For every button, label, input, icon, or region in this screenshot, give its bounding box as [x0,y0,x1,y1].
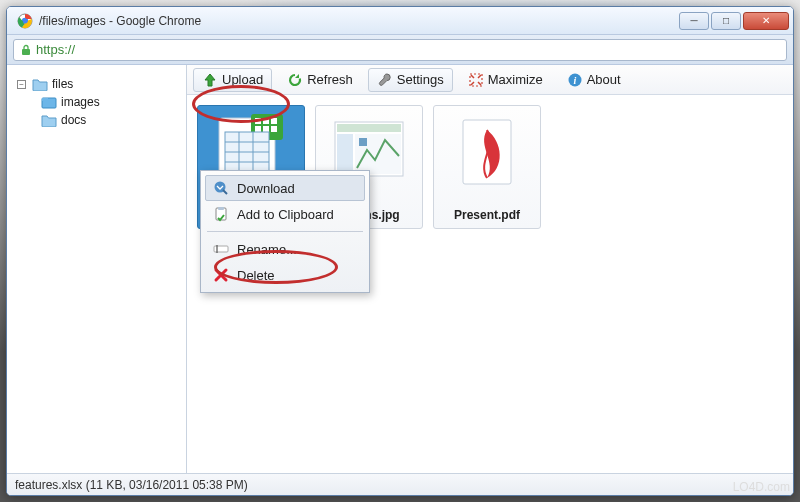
svg-rect-10 [255,118,261,124]
context-menu: Download Add to Clipboard Rename... Dele… [200,170,370,293]
svg-rect-31 [218,207,224,210]
watermark: LO4D.com [733,480,790,494]
wrench-icon [377,72,393,88]
status-bar: features.xlsx (11 KB, 03/16/2011 05:38 P… [7,473,793,495]
button-label: Upload [222,72,263,87]
menu-clipboard[interactable]: Add to Clipboard [205,201,365,227]
delete-icon [213,267,229,283]
folder-icon [41,114,57,127]
svg-rect-2 [22,49,30,55]
url-input[interactable]: https:// [13,39,787,61]
info-icon: i [567,72,583,88]
chrome-favicon [17,13,33,29]
upload-icon [202,72,218,88]
collapse-icon[interactable]: − [17,80,26,89]
menu-separator [207,231,363,232]
folder-tree: − files images docs [7,65,187,473]
lock-icon [20,44,32,56]
svg-rect-4 [42,98,48,101]
status-text: features.xlsx (11 KB, 03/16/2011 05:38 P… [15,478,248,492]
tree-label: docs [61,113,86,127]
refresh-button[interactable]: Refresh [278,68,362,92]
menu-label: Download [237,181,295,196]
button-label: About [587,72,621,87]
about-button[interactable]: i About [558,68,630,92]
svg-rect-25 [337,134,353,174]
button-label: Refresh [307,72,353,87]
address-bar: https:// [7,35,793,65]
svg-rect-15 [271,126,277,132]
folder-icon [41,96,57,109]
menu-rename[interactable]: Rename... [205,236,365,262]
download-icon [213,180,229,196]
tree-item-docs[interactable]: docs [13,111,180,129]
folder-icon [32,78,48,91]
svg-rect-12 [271,118,277,124]
maximize-button[interactable]: Maximize [459,68,552,92]
tree-item-images[interactable]: images [13,93,180,111]
svg-rect-13 [255,126,261,132]
menu-label: Delete [237,268,275,283]
file-tile-present[interactable]: Present.pdf [433,105,541,229]
button-label: Maximize [488,72,543,87]
tree-root-files[interactable]: − files [13,75,180,93]
file-name: Present.pdf [454,208,520,222]
titlebar: /files/images - Google Chrome ─ □ ✕ [7,7,793,35]
rename-icon [213,241,229,257]
maximize-window-button[interactable]: □ [711,12,741,30]
clipboard-icon [213,206,229,222]
chrome-window: /files/images - Google Chrome ─ □ ✕ http… [6,6,794,496]
tree-label: files [52,77,73,91]
menu-label: Add to Clipboard [237,207,334,222]
window-title: /files/images - Google Chrome [39,14,201,28]
svg-text:i: i [573,75,576,86]
menu-delete[interactable]: Delete [205,262,365,288]
settings-button[interactable]: Settings [368,68,453,92]
svg-rect-32 [214,246,228,252]
svg-rect-24 [337,124,401,132]
pdf-thumbnail-icon [447,112,527,200]
tree-label: images [61,95,100,109]
refresh-icon [287,72,303,88]
upload-button[interactable]: Upload [193,68,272,92]
svg-rect-14 [263,126,269,132]
button-label: Settings [397,72,444,87]
minimize-button[interactable]: ─ [679,12,709,30]
svg-rect-27 [359,138,367,146]
toolbar: Upload Refresh Settings Maximize i About [187,65,793,95]
svg-rect-11 [263,118,269,124]
maximize-icon [468,72,484,88]
url-scheme: https:// [36,42,75,57]
menu-download[interactable]: Download [205,175,365,201]
close-window-button[interactable]: ✕ [743,12,789,30]
menu-label: Rename... [237,242,297,257]
